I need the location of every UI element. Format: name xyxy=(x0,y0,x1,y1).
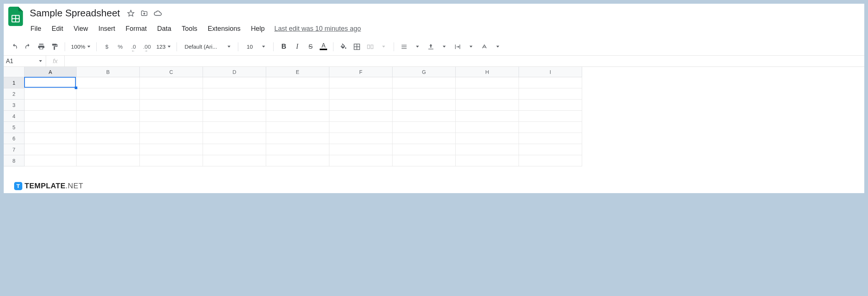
menu-data[interactable]: Data xyxy=(157,23,172,34)
cell-H3[interactable] xyxy=(456,100,519,111)
cell-G4[interactable] xyxy=(393,111,456,122)
menu-edit[interactable]: Edit xyxy=(51,23,64,34)
move-folder-icon[interactable] xyxy=(140,9,148,17)
cell-H2[interactable] xyxy=(456,88,519,100)
cell-G3[interactable] xyxy=(393,100,456,111)
cell-C1[interactable] xyxy=(140,77,203,88)
cell-G5[interactable] xyxy=(393,122,456,133)
document-title[interactable]: Sample Spreadsheet xyxy=(28,7,122,20)
cell-H4[interactable] xyxy=(456,111,519,122)
cell-E8[interactable] xyxy=(266,155,329,166)
row-header-4[interactable]: 4 xyxy=(4,111,25,122)
cell-B1[interactable] xyxy=(77,77,140,88)
column-header-A[interactable]: A xyxy=(25,67,77,77)
vertical-align-caret[interactable] xyxy=(439,41,450,52)
font-select[interactable]: Default (Ari... xyxy=(181,43,233,50)
cell-G8[interactable] xyxy=(393,155,456,166)
cell-D8[interactable] xyxy=(203,155,266,166)
borders-button[interactable] xyxy=(351,41,362,52)
menu-extensions[interactable]: Extensions xyxy=(207,23,241,34)
menu-file[interactable]: File xyxy=(30,23,42,34)
cell-I2[interactable] xyxy=(519,88,582,100)
cloud-status-icon[interactable] xyxy=(154,9,162,17)
cell-F6[interactable] xyxy=(329,133,393,144)
cell-A5[interactable] xyxy=(25,122,77,133)
increase-decimal-button[interactable]: .00→ xyxy=(141,41,152,52)
merge-cells-caret[interactable] xyxy=(378,41,389,52)
cell-I4[interactable] xyxy=(519,111,582,122)
cell-I1[interactable] xyxy=(519,77,582,88)
column-header-F[interactable]: F xyxy=(329,67,393,77)
cell-B8[interactable] xyxy=(77,155,140,166)
cell-I5[interactable] xyxy=(519,122,582,133)
column-header-D[interactable]: D xyxy=(203,67,266,77)
cell-C3[interactable] xyxy=(140,100,203,111)
fill-color-button[interactable] xyxy=(338,41,349,52)
decrease-decimal-button[interactable]: .0← xyxy=(128,41,139,52)
cell-F3[interactable] xyxy=(329,100,393,111)
cell-B6[interactable] xyxy=(77,133,140,144)
row-header-6[interactable]: 6 xyxy=(4,133,25,144)
text-rotation-button[interactable] xyxy=(479,41,490,52)
cell-A2[interactable] xyxy=(25,88,77,100)
menu-tools[interactable]: Tools xyxy=(181,23,198,34)
text-rotation-caret[interactable] xyxy=(492,41,503,52)
select-all-corner[interactable] xyxy=(4,67,25,77)
vertical-align-button[interactable] xyxy=(425,41,436,52)
formula-input[interactable] xyxy=(65,56,864,66)
menu-insert[interactable]: Insert xyxy=(98,23,116,34)
cell-B5[interactable] xyxy=(77,122,140,133)
cell-D1[interactable] xyxy=(203,77,266,88)
cell-H7[interactable] xyxy=(456,144,519,155)
column-header-I[interactable]: I xyxy=(519,67,582,77)
strikethrough-button[interactable]: S xyxy=(305,41,316,52)
row-header-8[interactable]: 8 xyxy=(4,155,25,166)
cell-F2[interactable] xyxy=(329,88,393,100)
cell-C6[interactable] xyxy=(140,133,203,144)
cell-C4[interactable] xyxy=(140,111,203,122)
text-color-button[interactable]: A xyxy=(318,43,329,50)
name-box[interactable]: A1 xyxy=(4,56,46,66)
italic-button[interactable]: I xyxy=(291,41,303,52)
cell-E7[interactable] xyxy=(266,144,329,155)
cell-D5[interactable] xyxy=(203,122,266,133)
cell-D3[interactable] xyxy=(203,100,266,111)
merge-cells-button[interactable] xyxy=(365,41,376,52)
redo-button[interactable] xyxy=(22,41,33,52)
cell-E1[interactable] xyxy=(266,77,329,88)
column-header-B[interactable]: B xyxy=(77,67,140,77)
row-header-5[interactable]: 5 xyxy=(4,122,25,133)
cell-E5[interactable] xyxy=(266,122,329,133)
cell-D7[interactable] xyxy=(203,144,266,155)
cell-B3[interactable] xyxy=(77,100,140,111)
star-icon[interactable] xyxy=(127,9,135,17)
cell-C2[interactable] xyxy=(140,88,203,100)
cell-A1[interactable] xyxy=(25,77,77,88)
zoom-select[interactable]: 100% xyxy=(70,43,92,50)
cell-I6[interactable] xyxy=(519,133,582,144)
row-header-2[interactable]: 2 xyxy=(4,88,25,100)
row-header-7[interactable]: 7 xyxy=(4,144,25,155)
row-header-1[interactable]: 1 xyxy=(4,77,25,88)
column-header-E[interactable]: E xyxy=(266,67,329,77)
cell-F5[interactable] xyxy=(329,122,393,133)
menu-format[interactable]: Format xyxy=(125,23,148,34)
column-header-G[interactable]: G xyxy=(393,67,456,77)
cell-G7[interactable] xyxy=(393,144,456,155)
cell-D4[interactable] xyxy=(203,111,266,122)
cell-C8[interactable] xyxy=(140,155,203,166)
cell-C7[interactable] xyxy=(140,144,203,155)
cell-D6[interactable] xyxy=(203,133,266,144)
cell-H8[interactable] xyxy=(456,155,519,166)
cell-E2[interactable] xyxy=(266,88,329,100)
horizontal-align-caret[interactable] xyxy=(412,41,423,52)
text-wrap-caret[interactable] xyxy=(465,41,477,52)
cell-G2[interactable] xyxy=(393,88,456,100)
cell-B4[interactable] xyxy=(77,111,140,122)
menu-view[interactable]: View xyxy=(73,23,89,34)
cell-F7[interactable] xyxy=(329,144,393,155)
cell-E4[interactable] xyxy=(266,111,329,122)
paint-format-button[interactable] xyxy=(49,41,60,52)
column-header-C[interactable]: C xyxy=(140,67,203,77)
cell-A7[interactable] xyxy=(25,144,77,155)
